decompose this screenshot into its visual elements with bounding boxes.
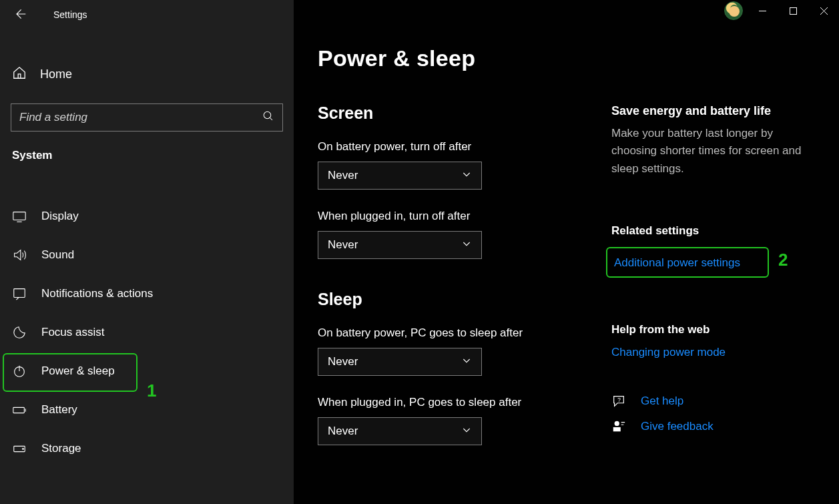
feedback-icon xyxy=(611,419,626,434)
screen-battery-label: On battery power, turn off after xyxy=(318,140,571,154)
sidebar: Settings Home System Display Sound Notif… xyxy=(0,0,294,504)
chevron-down-icon xyxy=(461,425,472,439)
page-title: Power & sleep xyxy=(318,45,571,71)
sidebar-item-label: Sound xyxy=(41,248,74,262)
svg-rect-1 xyxy=(13,212,25,220)
sidebar-category: System xyxy=(12,149,294,162)
sidebar-item-label: Battery xyxy=(41,403,77,417)
related-settings-heading: Related settings xyxy=(611,224,832,238)
display-icon xyxy=(12,209,27,224)
search-box[interactable] xyxy=(11,103,283,132)
sidebar-top: Settings xyxy=(0,0,294,29)
minimize-button[interactable] xyxy=(747,0,778,21)
svg-point-6 xyxy=(23,449,24,450)
section-screen-title: Screen xyxy=(318,103,571,123)
sidebar-item-focus-assist[interactable]: Focus assist xyxy=(0,313,294,352)
section-sleep-title: Sleep xyxy=(318,290,571,309)
sidebar-items: Display Sound Notifications & actions Fo… xyxy=(0,197,294,468)
back-arrow-icon[interactable] xyxy=(13,7,27,23)
dropdown-value: Never xyxy=(328,425,358,438)
titlebar xyxy=(724,0,839,21)
svg-rect-9 xyxy=(613,427,621,431)
window-title: Settings xyxy=(53,9,87,20)
get-help-row[interactable]: ? Get help xyxy=(611,394,832,409)
get-help-link[interactable]: Get help xyxy=(641,395,683,408)
sidebar-item-notifications[interactable]: Notifications & actions xyxy=(0,274,294,313)
chevron-down-icon xyxy=(461,238,472,252)
svg-text:?: ? xyxy=(617,397,621,403)
sidebar-item-storage[interactable]: Storage xyxy=(0,429,294,468)
storage-icon xyxy=(12,441,27,456)
home-label: Home xyxy=(40,67,72,81)
energy-title: Save energy and battery life xyxy=(611,104,832,118)
sleep-battery-label: On battery power, PC goes to sleep after xyxy=(318,326,571,340)
svg-point-8 xyxy=(615,421,619,426)
svg-rect-4 xyxy=(13,407,25,413)
focus-assist-icon xyxy=(12,325,27,340)
user-avatar[interactable] xyxy=(724,1,743,20)
main-side: Save energy and battery life Make your b… xyxy=(611,45,839,504)
sidebar-item-battery[interactable]: Battery xyxy=(0,391,294,429)
svg-rect-5 xyxy=(14,446,25,451)
give-feedback-link[interactable]: Give feedback xyxy=(641,420,714,433)
svg-point-0 xyxy=(264,111,271,119)
sidebar-item-label: Power & sleep xyxy=(41,364,115,378)
svg-rect-10 xyxy=(790,7,796,14)
sidebar-item-sound[interactable]: Sound xyxy=(0,236,294,274)
main-panel: Power & sleep Screen On battery power, t… xyxy=(294,0,839,504)
additional-power-settings-link[interactable]: Additional power settings xyxy=(611,252,747,274)
sidebar-item-display[interactable]: Display xyxy=(0,197,294,236)
chat-help-icon: ? xyxy=(611,394,626,409)
notifications-icon xyxy=(12,286,27,301)
power-icon xyxy=(12,364,27,379)
sidebar-home[interactable]: Home xyxy=(0,57,294,91)
screen-plugged-label: When plugged in, turn off after xyxy=(318,210,571,223)
sidebar-item-label: Notifications & actions xyxy=(41,287,153,300)
svg-rect-2 xyxy=(14,289,25,298)
help-from-web-heading: Help from the web xyxy=(611,323,832,336)
search-icon xyxy=(262,110,274,125)
search-input[interactable] xyxy=(19,111,262,124)
sleep-plugged-label: When plugged in, PC goes to sleep after xyxy=(318,396,571,409)
main-center: Power & sleep Screen On battery power, t… xyxy=(318,45,571,504)
chevron-down-icon xyxy=(461,169,472,183)
sidebar-item-power-sleep[interactable]: Power & sleep xyxy=(0,352,294,391)
sidebar-item-label: Storage xyxy=(41,442,81,455)
energy-text: Make your battery last longer by choosin… xyxy=(611,125,818,178)
dropdown-value: Never xyxy=(328,169,358,182)
battery-icon xyxy=(12,403,27,417)
sidebar-item-label: Focus assist xyxy=(41,326,104,339)
sidebar-item-label: Display xyxy=(41,210,79,223)
sound-icon xyxy=(12,248,27,262)
screen-battery-dropdown[interactable]: Never xyxy=(318,162,482,190)
home-icon xyxy=(12,65,27,83)
give-feedback-row[interactable]: Give feedback xyxy=(611,419,832,434)
dropdown-value: Never xyxy=(328,355,358,368)
annotation-number-2: 2 xyxy=(778,250,788,270)
dropdown-value: Never xyxy=(328,238,358,252)
sleep-plugged-dropdown[interactable]: Never xyxy=(318,417,482,445)
changing-power-mode-link[interactable]: Changing power mode xyxy=(611,346,726,359)
chevron-down-icon xyxy=(461,355,472,369)
screen-plugged-dropdown[interactable]: Never xyxy=(318,231,482,259)
close-button[interactable] xyxy=(808,0,839,21)
sleep-battery-dropdown[interactable]: Never xyxy=(318,348,482,376)
maximize-button[interactable] xyxy=(778,0,808,21)
